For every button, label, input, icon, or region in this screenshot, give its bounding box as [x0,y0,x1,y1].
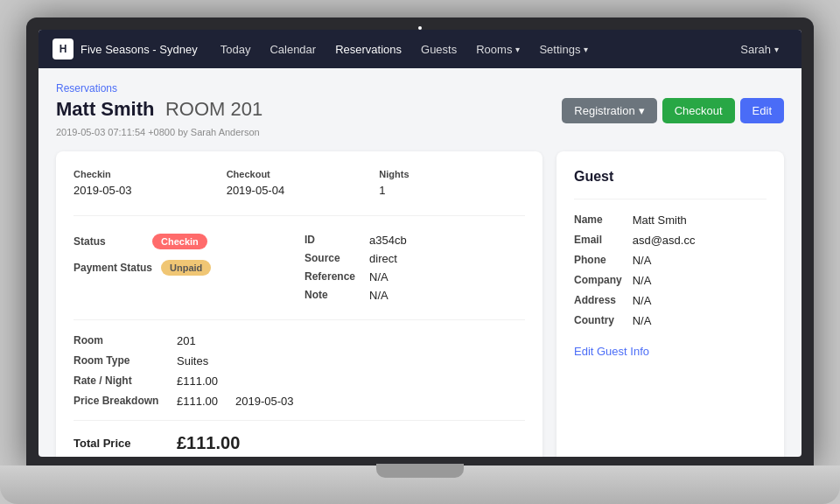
room-badge: ROOM 201 [165,98,262,120]
edit-guest-link[interactable]: Edit Guest Info [574,345,766,358]
registration-button[interactable]: Registration ▾ [562,98,656,123]
laptop-body: H Five Seasons - Sydney Today Calendar R… [26,18,814,469]
status-id-section: Status Checkin Payment Status Unpaid ID [74,234,525,320]
edit-button[interactable]: Edit [740,98,784,123]
guest-email-value: asd@asd.cc [633,234,766,247]
id-label: ID [304,234,355,247]
user-caret-icon: ▾ [774,45,779,54]
header-actions: Registration ▾ Checkout Edit [562,98,784,123]
guest-info: Name Matt Smith Email asd@asd.cc Phone N… [574,214,766,327]
breadcrumb[interactable]: Reservations [56,82,784,94]
source-value: direct [369,252,525,265]
nav-item-today[interactable]: Today [212,38,260,61]
nav-item-reservations[interactable]: Reservations [326,38,410,61]
brand-name: Five Seasons - Sydney [80,43,198,56]
rate-night-label: Rate / Night [74,374,170,388]
checkout-item: Checkout 2019-05-04 [227,169,373,198]
checkin-item: Checkin 2019-05-03 [74,169,220,198]
total-row: Total Price £111.00 [74,433,525,453]
reservation-card: Checkin 2019-05-03 Checkout 2019-05-04 N… [56,151,542,457]
payment-status-label: Payment Status [74,262,152,274]
room-type-label: Room Type [74,354,170,368]
status-left: Status Checkin Payment Status Unpaid [74,234,294,302]
rate-night-value: £111.00 [177,374,218,388]
page-subtitle: 2019-05-03 07:11:54 +0800 by Sarah Ander… [56,127,784,137]
nav-item-guests[interactable]: Guests [412,38,466,61]
nav-user[interactable]: Sarah ▾ [732,38,788,61]
guest-email-label: Email [574,234,622,247]
nav-item-settings[interactable]: Settings ▾ [530,38,597,61]
page-title: Matt Smith ROOM 201 [56,98,262,121]
nights-label: Nights [379,169,525,179]
nav-item-calendar[interactable]: Calendar [261,38,325,61]
laptop-notch [376,464,464,478]
payment-status-row: Payment Status Unpaid [74,260,294,276]
screen: H Five Seasons - Sydney Today Calendar R… [38,30,802,457]
guest-address-label: Address [574,294,622,307]
guest-address-value: N/A [633,294,766,307]
nights-value: 1 [379,184,385,197]
room-field-label: Room [74,334,170,347]
id-section: ID a354cb Source direct Reference N/A No… [304,234,525,302]
guest-phone-label: Phone [574,254,622,267]
total-price-value: £111.00 [177,433,240,453]
price-breakdown-value: £111.00 [177,395,218,408]
guest-name-label: Name [574,214,622,227]
checkout-button[interactable]: Checkout [662,98,735,123]
guest-card: Guest Name Matt Smith Email asd@asd.cc P… [556,151,784,457]
nav-items: Today Calendar Reservations Guests Rooms… [212,38,732,61]
dates-section: Checkin 2019-05-03 Checkout 2019-05-04 N… [74,169,525,216]
laptop-wrapper: H Five Seasons - Sydney Today Calendar R… [0,0,840,504]
settings-caret-icon: ▾ [584,45,588,54]
note-label: Note [304,289,355,302]
note-value: N/A [369,289,525,302]
rooms-caret-icon: ▾ [515,45,520,54]
main-grid: Checkin 2019-05-03 Checkout 2019-05-04 N… [56,151,784,457]
status-badge: Checkin [152,234,207,249]
reference-value: N/A [369,270,525,284]
navbar: H Five Seasons - Sydney Today Calendar R… [38,30,802,68]
price-breakdown-date: 2019-05-03 [235,395,294,408]
page-content: Reservations Matt Smith ROOM 201 Registr… [38,68,802,457]
checkout-label: Checkout [227,169,373,179]
id-value: a354cb [369,234,525,247]
nav-item-rooms[interactable]: Rooms ▾ [467,38,528,61]
page-title-group: Matt Smith ROOM 201 [56,98,262,121]
page-header: Matt Smith ROOM 201 Registration ▾ Check… [56,98,784,123]
brand-icon: H [52,38,74,60]
price-breakdown-label: Price Breakdown [74,395,170,408]
checkout-value: 2019-05-04 [227,184,285,197]
laptop-base [0,466,840,504]
total-price-label: Total Price [74,437,170,450]
room-row: Room 201 [74,334,525,347]
checkin-value: 2019-05-03 [74,184,132,197]
nights-item: Nights 1 [379,169,525,198]
status-row: Status Checkin [74,234,294,249]
navbar-brand: H Five Seasons - Sydney [52,38,198,60]
guest-divider [574,199,766,200]
registration-caret-icon: ▾ [639,104,645,117]
guest-country-value: N/A [633,314,766,327]
checkin-label: Checkin [74,169,220,179]
room-section: Room 201 Room Type Suites Rate / Night £… [74,334,525,421]
guest-company-label: Company [574,274,622,287]
reference-label: Reference [304,270,355,284]
room-type-value: Suites [177,354,208,368]
guest-name-value: Matt Smith [633,214,766,227]
rate-night-row: Rate / Night £111.00 [74,374,525,388]
payment-status-badge: Unpaid [161,260,211,276]
guest-country-label: Country [574,314,622,327]
guest-card-title: Guest [574,169,766,185]
room-type-row: Room Type Suites [74,354,525,368]
guest-phone-value: N/A [633,254,766,267]
source-label: Source [304,252,355,265]
guest-company-value: N/A [633,274,766,287]
status-label: Status [74,235,144,248]
price-breakdown-row: Price Breakdown £111.00 2019-05-03 [74,395,525,408]
room-field-value: 201 [177,334,196,347]
